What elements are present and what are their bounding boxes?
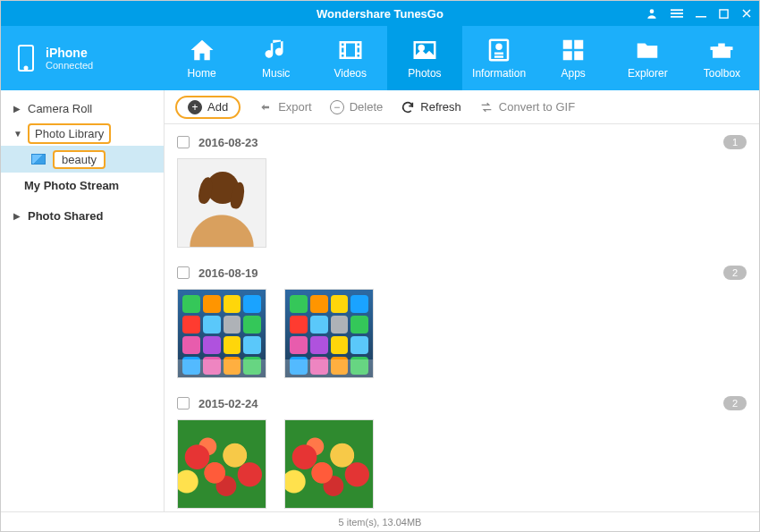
plus-icon: + [188,100,202,114]
sidebar-item-label: beauty [53,150,106,169]
tab-photos[interactable]: Photos [387,26,461,90]
svg-rect-16 [574,51,583,60]
svg-rect-17 [711,46,733,50]
refresh-icon [401,100,415,114]
toolbar: + Add Export − Delete Refresh Convert to… [165,90,759,124]
sidebar-item-label: My Photo Stream [24,179,119,192]
status-text: 5 item(s), 13.04MB [339,517,422,528]
svg-rect-15 [563,51,572,60]
sidebar-item-label: Photo Shared [28,209,104,223]
device-box[interactable]: iPhone Connected [1,26,165,90]
status-bar: 5 item(s), 13.04MB [1,511,759,531]
group-checkbox[interactable] [177,397,190,410]
chevron-right-icon: ▶ [13,104,22,114]
sidebar: ▶ Camera Roll ▼ Photo Library beauty My … [1,90,165,511]
photos-icon [411,37,438,63]
svg-rect-2 [671,13,683,14]
group-count: 1 [723,135,747,149]
device-name: iPhone [46,46,93,60]
convert-icon [479,100,494,114]
videos-icon [337,37,364,63]
home-icon [189,37,215,63]
photo-thumb[interactable] [284,289,374,378]
svg-rect-1 [671,9,683,11]
thumb-row [177,285,747,391]
phone-icon [17,44,35,72]
window-controls [646,1,752,26]
minus-icon: − [330,100,344,114]
main: + Add Export − Delete Refresh Convert to… [165,90,759,511]
group-count: 2 [723,266,747,280]
tab-videos[interactable]: Videos [313,26,387,90]
maximize-icon[interactable] [719,9,729,19]
explorer-icon [634,37,661,63]
group-header: 2015-02-24 2 [177,391,747,416]
photo-thumb[interactable] [177,289,266,378]
group-count: 2 [723,396,747,410]
thumb-row [177,155,747,260]
export-icon [258,100,273,114]
svg-rect-4 [696,16,706,18]
delete-button[interactable]: − Delete [330,100,384,114]
sidebar-item-photo-shared[interactable]: ▶ Photo Shared [1,203,164,228]
group-date: 2016-08-19 [198,266,258,280]
sidebar-item-camera-roll[interactable]: ▶ Camera Roll [1,96,164,121]
tab-music[interactable]: Music [239,26,313,90]
music-icon [263,37,290,63]
album-icon [31,154,46,165]
user-icon[interactable] [646,7,658,20]
sidebar-item-photo-library[interactable]: ▼ Photo Library [1,121,164,146]
svg-rect-5 [720,9,728,17]
refresh-button[interactable]: Refresh [401,100,461,114]
tab-toolbox[interactable]: Toolbox [685,26,759,90]
export-button[interactable]: Export [258,100,312,114]
group-header: 2016-08-19 2 [177,260,747,285]
tab-information[interactable]: Information [462,26,536,90]
header: iPhone Connected Home Music Videos Photo… [1,26,759,90]
sidebar-item-beauty[interactable]: beauty [1,146,164,173]
tab-explorer[interactable]: Explorer [611,26,685,90]
svg-rect-13 [563,40,572,49]
add-button[interactable]: + Add [175,96,241,119]
group-date: 2016-08-23 [198,136,258,149]
svg-point-12 [497,45,502,49]
svg-rect-14 [574,40,583,49]
group-date: 2015-02-24 [198,397,258,410]
photo-thumb[interactable] [177,419,266,509]
device-status: Connected [46,60,93,71]
tab-apps[interactable]: Apps [536,26,611,90]
tab-home[interactable]: Home [165,26,239,90]
photo-thumb[interactable] [177,158,266,248]
app-title: Wondershare TunesGo [317,7,443,21]
information-icon [486,37,512,63]
photo-thumb[interactable] [284,419,374,509]
group-header: 2016-08-23 1 [177,130,747,155]
group-checkbox[interactable] [177,266,190,279]
svg-point-10 [419,46,424,50]
svg-rect-3 [671,16,683,18]
svg-point-7 [25,67,28,70]
chevron-down-icon: ▼ [13,129,22,139]
apps-icon [560,37,587,63]
sidebar-item-label: Camera Roll [28,102,92,115]
toolbox-icon [708,37,735,63]
convert-gif-button[interactable]: Convert to GIF [479,100,575,114]
chevron-right-icon: ▶ [13,211,22,221]
photo-content: 2016-08-23 1 2016-08-19 2 2015-02-24 2 [165,124,759,511]
sidebar-item-my-photo-stream[interactable]: My Photo Stream [1,173,164,198]
close-icon[interactable] [741,8,752,19]
svg-rect-8 [341,42,361,58]
minimize-icon[interactable] [696,8,706,19]
sidebar-item-label: Photo Library [28,123,111,144]
svg-point-0 [650,9,654,13]
title-bar: Wondershare TunesGo [1,1,759,26]
main-tabs: Home Music Videos Photos Information App… [165,26,759,90]
menu-icon[interactable] [671,7,683,20]
group-checkbox[interactable] [177,136,190,148]
thumb-row [177,416,747,511]
